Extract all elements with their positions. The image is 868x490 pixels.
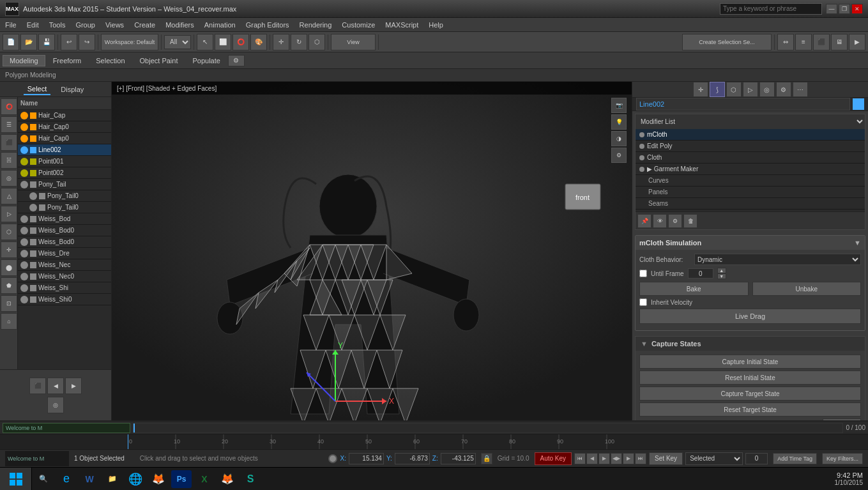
left-icon-8[interactable]: ⬡ (1, 224, 17, 240)
set-key-button[interactable]: Set Key (649, 452, 683, 465)
menu-customize[interactable]: Customize (337, 20, 380, 30)
modifier-seams[interactable]: Seams (636, 198, 865, 210)
scene-canvas[interactable]: X Y front (112, 82, 632, 420)
view-btn[interactable]: View (331, 34, 376, 50)
taskbar-chrome[interactable]: 🌐 (125, 469, 146, 489)
move-btn[interactable]: ✛ (273, 34, 289, 50)
tab-selection[interactable]: Selection (89, 55, 132, 66)
taskbar-photoshop[interactable]: Ps (171, 470, 192, 488)
left-icon-10[interactable]: ⬤ (1, 259, 17, 276)
paint-select-btn[interactable]: 🎨 (250, 34, 267, 50)
play-back-btn[interactable]: ◀▶ (611, 453, 622, 464)
taskbar-firefox[interactable]: 🦊 (148, 469, 169, 489)
key-filters-btn[interactable]: Key Filters... (822, 453, 863, 464)
render-setup-btn[interactable]: 🖥 (831, 34, 848, 50)
mod-opt-btn[interactable]: ⚙ (668, 214, 682, 228)
modifier-mcloth[interactable]: mCloth (636, 129, 865, 141)
cmd-motion-icon[interactable]: ▷ (743, 82, 758, 97)
new-scene-btn[interactable]: 📄 (3, 34, 19, 50)
taskbar-search[interactable]: 🔍 (33, 469, 54, 489)
until-frame-checkbox[interactable] (639, 270, 647, 277)
tab-modeling[interactable]: Modeling (3, 55, 45, 66)
modifier-panels[interactable]: Panels (636, 187, 865, 198)
left-icon-1[interactable]: ⭕ (1, 98, 17, 115)
cmd-display-icon[interactable]: ◎ (759, 82, 775, 97)
left-icon-5[interactable]: ◎ (1, 170, 17, 187)
bottom-icon-1[interactable]: ⬛ (29, 378, 46, 394)
menu-rendering[interactable]: Rendering (294, 20, 337, 30)
object-name-input[interactable] (636, 98, 850, 111)
list-item[interactable]: Hair_Cap (18, 110, 111, 121)
list-item[interactable]: Weiss_Nec (18, 259, 111, 271)
taskbar-excel[interactable]: X (194, 469, 215, 489)
taskbar-explorer[interactable]: 📁 (102, 469, 123, 489)
menu-views[interactable]: Views (100, 20, 129, 30)
filter-dropdown[interactable]: All (164, 35, 191, 49)
bottom-icon-3[interactable]: ▶ (65, 378, 82, 394)
left-icon-3[interactable]: ⬛ (1, 134, 17, 151)
scale-btn[interactable]: ⬡ (308, 34, 325, 50)
menu-maxscript[interactable]: MAXScript (380, 20, 423, 30)
panel-tab-display[interactable]: Display (57, 84, 88, 95)
lock-icon[interactable]: 🔒 (481, 453, 492, 464)
save-btn[interactable]: 💾 (38, 34, 55, 50)
menu-group[interactable]: Group (70, 20, 100, 30)
taskbar-ie[interactable]: e (56, 469, 77, 489)
mirror-btn[interactable]: ⇔ (777, 34, 794, 50)
menu-modifiers[interactable]: Modifiers (160, 20, 199, 30)
select-region-btn[interactable]: ⬜ (215, 34, 231, 50)
unbake-button[interactable]: Unbake (752, 282, 862, 296)
add-time-tag-btn[interactable]: Add Time Tag (773, 453, 817, 464)
cmd-utilities-icon[interactable]: ⚙ (776, 82, 791, 97)
menu-tools[interactable]: Tools (44, 20, 71, 30)
cmd-create-icon[interactable]: ✛ (693, 82, 708, 97)
modifier-list-dropdown[interactable]: Modifier List (636, 114, 865, 128)
timeline-track[interactable] (133, 423, 843, 433)
menu-graph-editors[interactable]: Graph Editors (241, 20, 294, 30)
prev-frame-btn[interactable]: ⏮ (574, 453, 586, 464)
menu-help[interactable]: Help (423, 20, 448, 30)
z-coord-input[interactable] (441, 453, 476, 464)
cmd-extra-icon[interactable]: ⋯ (793, 82, 808, 97)
undo-btn[interactable]: ↩ (61, 34, 77, 50)
bottom-icon-2[interactable]: ◀ (47, 378, 64, 394)
menu-file[interactable]: File (0, 20, 22, 30)
frame-spin-up[interactable]: ▲ (717, 268, 726, 273)
left-icon-11[interactable]: ⬟ (1, 277, 17, 294)
rotate-btn[interactable]: ↻ (291, 34, 307, 50)
taskbar-app2[interactable]: S (240, 469, 261, 489)
list-item[interactable]: Weiss_Bod (18, 213, 111, 225)
list-item[interactable]: Hair_Cap0 (18, 133, 111, 144)
reset-initial-btn[interactable]: Reset Initial State (639, 371, 861, 385)
cmd-hierarchy-icon[interactable]: ⬡ (726, 82, 742, 97)
list-item[interactable]: Weiss_Dre (18, 248, 111, 259)
redo-btn[interactable]: ↪ (79, 34, 95, 50)
frame-spin-down[interactable]: ▼ (717, 273, 726, 279)
mod-trash-btn[interactable]: 🗑 (683, 214, 697, 228)
show-all-btn[interactable]: 👁 (653, 214, 667, 228)
nav-cube[interactable]: front (565, 184, 600, 210)
list-item-selected[interactable]: Line002 (18, 144, 111, 156)
layer-btn[interactable]: ⬛ (813, 34, 830, 50)
left-icon-4[interactable]: ☵ (1, 152, 17, 169)
prev-btn[interactable]: ◀ (586, 453, 598, 464)
bottom-icon-4[interactable]: ◎ (47, 397, 64, 413)
left-icon-7[interactable]: ▷ (1, 206, 17, 222)
next-frame-btn[interactable]: ⏭ (635, 453, 646, 464)
viewport[interactable]: [+] [Front] [Shaded + Edged Faces] (112, 82, 632, 420)
x-coord-input[interactable] (349, 453, 384, 464)
frame-num-input[interactable] (745, 453, 768, 464)
tab-populate[interactable]: Populate (185, 55, 227, 66)
list-item[interactable]: Point002 (18, 167, 111, 179)
restore-button[interactable]: ❐ (839, 4, 850, 14)
modifier-editpoly[interactable]: Edit Poly (636, 141, 865, 152)
selected-dropdown[interactable]: Selected (685, 452, 743, 465)
close-button[interactable]: ✕ (851, 4, 863, 14)
live-drag-button[interactable]: Live Drag (639, 309, 861, 324)
capture-target-btn[interactable]: Capture Target State (639, 387, 861, 401)
taskbar-word[interactable]: W (79, 469, 100, 489)
taskbar-app1[interactable]: 🦊 (217, 469, 238, 489)
list-item[interactable]: Pony_Tail0 (18, 202, 111, 213)
mcloth-collapse[interactable]: ▼ (854, 239, 861, 247)
list-item[interactable]: Weiss_Shi (18, 282, 111, 294)
